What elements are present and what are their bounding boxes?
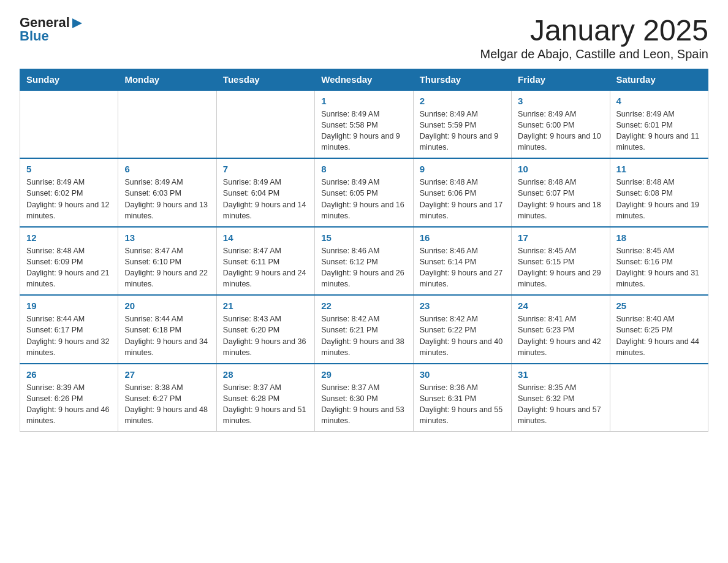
day-info: Sunrise: 8:49 AM Sunset: 6:05 PM Dayligh… bbox=[321, 177, 406, 221]
day-info: Sunrise: 8:37 AM Sunset: 6:30 PM Dayligh… bbox=[321, 382, 406, 427]
day-info: Sunrise: 8:49 AM Sunset: 6:03 PM Dayligh… bbox=[124, 177, 210, 221]
day-number: 4 bbox=[616, 96, 702, 106]
location-title: Melgar de Abajo, Castille and Leon, Spai… bbox=[480, 47, 708, 61]
day-info: Sunrise: 8:48 AM Sunset: 6:09 PM Dayligh… bbox=[26, 245, 112, 290]
calendar-cell: 27Sunrise: 8:38 AM Sunset: 6:27 PM Dayli… bbox=[118, 364, 216, 432]
calendar-table: SundayMondayTuesdayWednesdayThursdayFrid… bbox=[20, 69, 708, 432]
day-info: Sunrise: 8:35 AM Sunset: 6:32 PM Dayligh… bbox=[518, 382, 603, 427]
calendar-cell: 31Sunrise: 8:35 AM Sunset: 6:32 PM Dayli… bbox=[512, 364, 610, 432]
logo-arrow-icon bbox=[71, 17, 83, 29]
day-number: 7 bbox=[223, 164, 308, 174]
calendar-cell: 15Sunrise: 8:46 AM Sunset: 6:12 PM Dayli… bbox=[315, 227, 413, 296]
week-row-4: 19Sunrise: 8:44 AM Sunset: 6:17 PM Dayli… bbox=[20, 295, 708, 364]
day-info: Sunrise: 8:49 AM Sunset: 5:59 PM Dayligh… bbox=[420, 109, 505, 153]
day-info: Sunrise: 8:49 AM Sunset: 6:04 PM Dayligh… bbox=[223, 177, 308, 221]
calendar-cell: 4Sunrise: 8:49 AM Sunset: 6:01 PM Daylig… bbox=[610, 90, 708, 159]
day-number: 8 bbox=[321, 164, 406, 174]
day-info: Sunrise: 8:48 AM Sunset: 6:07 PM Dayligh… bbox=[518, 177, 603, 221]
calendar-cell: 11Sunrise: 8:48 AM Sunset: 6:08 PM Dayli… bbox=[610, 158, 708, 227]
day-info: Sunrise: 8:49 AM Sunset: 5:58 PM Dayligh… bbox=[321, 109, 406, 153]
day-info: Sunrise: 8:45 AM Sunset: 6:15 PM Dayligh… bbox=[518, 245, 603, 290]
calendar-cell bbox=[20, 90, 118, 159]
day-number: 20 bbox=[124, 301, 210, 311]
page-header: General Blue January 2025 Melgar de Abaj… bbox=[20, 15, 708, 61]
week-row-3: 12Sunrise: 8:48 AM Sunset: 6:09 PM Dayli… bbox=[20, 227, 708, 296]
day-info: Sunrise: 8:38 AM Sunset: 6:27 PM Dayligh… bbox=[124, 382, 210, 427]
logo-blue: Blue bbox=[20, 28, 49, 44]
calendar-body: 1Sunrise: 8:49 AM Sunset: 5:58 PM Daylig… bbox=[20, 90, 708, 432]
week-row-1: 1Sunrise: 8:49 AM Sunset: 5:58 PM Daylig… bbox=[20, 90, 708, 159]
day-number: 18 bbox=[616, 232, 702, 243]
day-number: 3 bbox=[518, 96, 603, 106]
calendar-cell: 1Sunrise: 8:49 AM Sunset: 5:58 PM Daylig… bbox=[315, 90, 413, 159]
calendar-cell: 7Sunrise: 8:49 AM Sunset: 6:04 PM Daylig… bbox=[216, 158, 314, 227]
calendar-cell bbox=[610, 364, 708, 432]
day-info: Sunrise: 8:43 AM Sunset: 6:20 PM Dayligh… bbox=[223, 313, 308, 358]
day-number: 28 bbox=[223, 369, 308, 380]
day-number: 5 bbox=[26, 164, 112, 174]
day-number: 15 bbox=[321, 232, 406, 243]
day-number: 19 bbox=[26, 301, 112, 311]
day-number: 13 bbox=[124, 232, 210, 243]
day-number: 25 bbox=[616, 301, 702, 311]
day-number: 24 bbox=[518, 301, 603, 311]
svg-marker-0 bbox=[72, 18, 82, 28]
day-number: 11 bbox=[616, 164, 702, 174]
day-info: Sunrise: 8:46 AM Sunset: 6:14 PM Dayligh… bbox=[420, 245, 505, 290]
day-info: Sunrise: 8:47 AM Sunset: 6:10 PM Dayligh… bbox=[124, 245, 210, 290]
day-number: 23 bbox=[420, 301, 505, 311]
week-row-2: 5Sunrise: 8:49 AM Sunset: 6:02 PM Daylig… bbox=[20, 158, 708, 227]
calendar-cell: 17Sunrise: 8:45 AM Sunset: 6:15 PM Dayli… bbox=[512, 227, 610, 296]
title-block: January 2025 Melgar de Abajo, Castille a… bbox=[480, 15, 708, 61]
day-number: 29 bbox=[321, 369, 406, 380]
day-number: 31 bbox=[518, 369, 603, 380]
day-number: 2 bbox=[420, 96, 505, 106]
day-info: Sunrise: 8:49 AM Sunset: 6:01 PM Dayligh… bbox=[616, 109, 702, 153]
header-wednesday: Wednesday bbox=[315, 69, 413, 90]
calendar-cell: 29Sunrise: 8:37 AM Sunset: 6:30 PM Dayli… bbox=[315, 364, 413, 432]
day-info: Sunrise: 8:47 AM Sunset: 6:11 PM Dayligh… bbox=[223, 245, 308, 290]
day-info: Sunrise: 8:42 AM Sunset: 6:21 PM Dayligh… bbox=[321, 313, 406, 358]
calendar-cell: 9Sunrise: 8:48 AM Sunset: 6:06 PM Daylig… bbox=[413, 158, 511, 227]
logo: General Blue bbox=[20, 15, 83, 44]
calendar-cell: 23Sunrise: 8:42 AM Sunset: 6:22 PM Dayli… bbox=[413, 295, 511, 364]
day-info: Sunrise: 8:48 AM Sunset: 6:08 PM Dayligh… bbox=[616, 177, 702, 221]
calendar-cell: 13Sunrise: 8:47 AM Sunset: 6:10 PM Dayli… bbox=[118, 227, 216, 296]
calendar-cell: 24Sunrise: 8:41 AM Sunset: 6:23 PM Dayli… bbox=[512, 295, 610, 364]
calendar-cell: 6Sunrise: 8:49 AM Sunset: 6:03 PM Daylig… bbox=[118, 158, 216, 227]
day-number: 12 bbox=[26, 232, 112, 243]
header-sunday: Sunday bbox=[20, 69, 118, 90]
header-friday: Friday bbox=[512, 69, 610, 90]
day-number: 10 bbox=[518, 164, 603, 174]
calendar-cell: 25Sunrise: 8:40 AM Sunset: 6:25 PM Dayli… bbox=[610, 295, 708, 364]
day-info: Sunrise: 8:48 AM Sunset: 6:06 PM Dayligh… bbox=[420, 177, 505, 221]
calendar-cell: 19Sunrise: 8:44 AM Sunset: 6:17 PM Dayli… bbox=[20, 295, 118, 364]
calendar-cell: 14Sunrise: 8:47 AM Sunset: 6:11 PM Dayli… bbox=[216, 227, 314, 296]
day-info: Sunrise: 8:36 AM Sunset: 6:31 PM Dayligh… bbox=[420, 382, 505, 427]
day-info: Sunrise: 8:40 AM Sunset: 6:25 PM Dayligh… bbox=[616, 313, 702, 358]
calendar-cell: 28Sunrise: 8:37 AM Sunset: 6:28 PM Dayli… bbox=[216, 364, 314, 432]
day-info: Sunrise: 8:49 AM Sunset: 6:00 PM Dayligh… bbox=[518, 109, 603, 153]
day-number: 21 bbox=[223, 301, 308, 311]
day-info: Sunrise: 8:44 AM Sunset: 6:17 PM Dayligh… bbox=[26, 313, 112, 358]
calendar-cell bbox=[118, 90, 216, 159]
calendar-cell: 21Sunrise: 8:43 AM Sunset: 6:20 PM Dayli… bbox=[216, 295, 314, 364]
day-number: 30 bbox=[420, 369, 505, 380]
calendar-cell: 8Sunrise: 8:49 AM Sunset: 6:05 PM Daylig… bbox=[315, 158, 413, 227]
day-number: 17 bbox=[518, 232, 603, 243]
calendar-cell: 22Sunrise: 8:42 AM Sunset: 6:21 PM Dayli… bbox=[315, 295, 413, 364]
header-tuesday: Tuesday bbox=[216, 69, 314, 90]
day-info: Sunrise: 8:44 AM Sunset: 6:18 PM Dayligh… bbox=[124, 313, 210, 358]
day-number: 1 bbox=[321, 96, 406, 106]
day-number: 22 bbox=[321, 301, 406, 311]
calendar-cell: 12Sunrise: 8:48 AM Sunset: 6:09 PM Dayli… bbox=[20, 227, 118, 296]
header-saturday: Saturday bbox=[610, 69, 708, 90]
header-row: SundayMondayTuesdayWednesdayThursdayFrid… bbox=[20, 69, 708, 90]
day-info: Sunrise: 8:49 AM Sunset: 6:02 PM Dayligh… bbox=[26, 177, 112, 221]
calendar-cell: 5Sunrise: 8:49 AM Sunset: 6:02 PM Daylig… bbox=[20, 158, 118, 227]
calendar-cell: 30Sunrise: 8:36 AM Sunset: 6:31 PM Dayli… bbox=[413, 364, 511, 432]
week-row-5: 26Sunrise: 8:39 AM Sunset: 6:26 PM Dayli… bbox=[20, 364, 708, 432]
calendar-cell: 10Sunrise: 8:48 AM Sunset: 6:07 PM Dayli… bbox=[512, 158, 610, 227]
calendar-cell: 18Sunrise: 8:45 AM Sunset: 6:16 PM Dayli… bbox=[610, 227, 708, 296]
day-number: 6 bbox=[124, 164, 210, 174]
